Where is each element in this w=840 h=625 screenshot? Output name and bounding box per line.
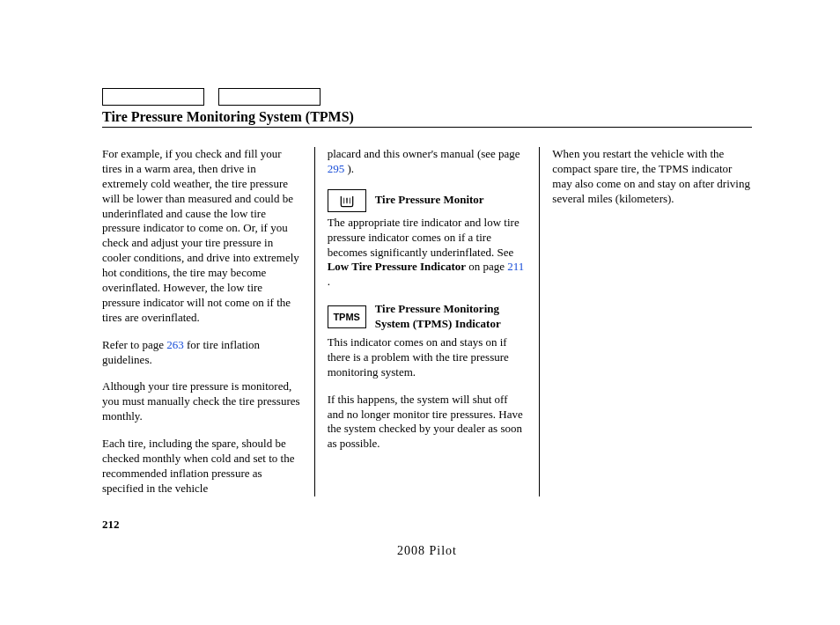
col3-para1: When you restart the vehicle with the co… (552, 147, 752, 207)
page-title: Tire Pressure Monitoring System (TPMS) (102, 109, 752, 128)
col1-para3: Although your tire pressure is monitored… (102, 379, 302, 424)
column-2: placard and this owner's manual (see pag… (315, 147, 541, 496)
col1-para2: Refer to page 263 for tire inflation gui… (102, 338, 302, 368)
col2-para3: This indicator comes on and stays on if … (328, 335, 527, 380)
bold-text: Low Tire Pressure Indicator (328, 260, 466, 273)
page-link-295[interactable]: 295 (328, 162, 345, 175)
text: placard and this owner's manual (see pag… (328, 147, 520, 160)
page-link-263[interactable]: 263 (166, 338, 184, 351)
tab-boxes (102, 88, 752, 106)
text: on page (466, 260, 507, 273)
tpm-indicator-row: ! Tire Pressure Monitor (328, 189, 527, 212)
column-1: For example, if you check and fill your … (102, 147, 315, 496)
footer-model: 2008 Pilot (102, 544, 752, 558)
tire-cross-section-icon: ! (338, 192, 356, 210)
content-columns: For example, if you check and fill your … (102, 147, 752, 496)
tpm-label: Tire Pressure Monitor (375, 193, 484, 208)
tpms-text-icon: TPMS (328, 305, 366, 328)
col1-para4: Each tire, including the spare, should b… (102, 437, 302, 496)
col2-para1: placard and this owner's manual (see pag… (328, 147, 527, 177)
text: Refer to page (102, 338, 166, 351)
column-3: When you restart the vehicle with the co… (540, 147, 752, 496)
col1-para1: For example, if you check and fill your … (102, 147, 302, 326)
col2-para2: The appropriate tire indicator and low t… (328, 216, 527, 290)
text: The appropriate tire indicator and low t… (328, 216, 519, 259)
text: . (328, 275, 330, 288)
text: ). (344, 162, 354, 175)
tire-pressure-icon: ! (328, 189, 366, 212)
tab-box-2 (218, 88, 321, 106)
page-number: 212 (102, 518, 752, 532)
page-link-211[interactable]: 211 (507, 260, 524, 273)
tab-box-1 (102, 88, 204, 106)
tpms-label: Tire Pressure Monitoring System (TPMS) I… (375, 302, 527, 332)
svg-text:!: ! (345, 195, 348, 203)
tpms-indicator-row: TPMS Tire Pressure Monitoring System (TP… (328, 302, 527, 332)
col2-para4: If this happens, the system will shut of… (328, 393, 527, 452)
